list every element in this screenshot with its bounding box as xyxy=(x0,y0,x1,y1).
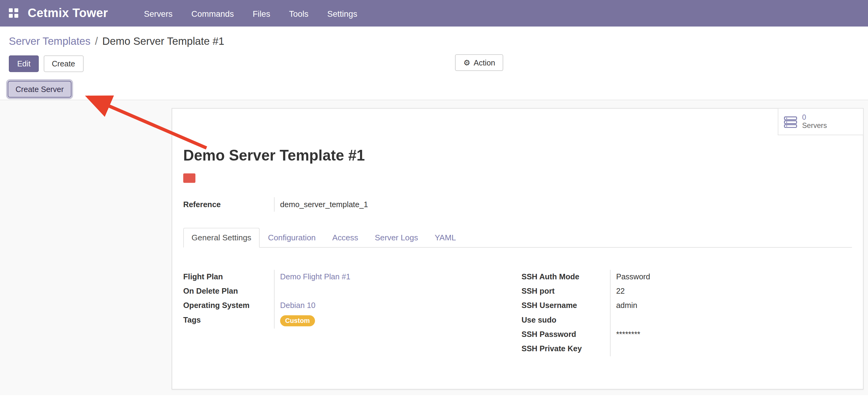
breadcrumb-separator: / xyxy=(95,35,98,48)
breadcrumb: Server Templates / Demo Server Template … xyxy=(0,27,868,50)
tab-server-logs[interactable]: Server Logs xyxy=(366,228,426,248)
on-delete-plan-label: On Delete Plan xyxy=(183,284,274,295)
breadcrumb-parent-link[interactable]: Server Templates xyxy=(9,35,90,48)
action-button-label: Action xyxy=(473,58,495,67)
nav-item-commands[interactable]: Commands xyxy=(182,0,243,27)
field-ssh-username: SSH Username admin xyxy=(521,299,852,313)
field-operating-system: Operating System Debian 10 xyxy=(183,299,518,313)
fields-container: Flight Plan Demo Flight Plan #1 On Delet… xyxy=(183,248,852,357)
servers-stat-value: 0 xyxy=(802,113,827,121)
apps-grid-dot xyxy=(14,14,18,18)
status-button-row: Create Server xyxy=(0,78,868,100)
field-group-left: Flight Plan Demo Flight Plan #1 On Delet… xyxy=(183,270,518,357)
field-tags: Tags Custom xyxy=(183,313,518,329)
tag-badge-custom[interactable]: Custom xyxy=(280,315,315,327)
ssh-port-value: 22 xyxy=(610,284,852,299)
content-area: 0 Servers Demo Server Template #1 Refere… xyxy=(0,100,868,395)
controls-row: Edit Create ⚙ Action xyxy=(0,50,868,78)
field-ssh-port: SSH port 22 xyxy=(521,284,852,299)
apps-grid-dot xyxy=(9,14,13,18)
tags-label: Tags xyxy=(183,313,274,324)
ssh-auth-mode-label: SSH Auth Mode xyxy=(521,270,610,281)
server-stack-icon xyxy=(784,115,797,128)
reference-field: Reference demo_server_template_1 xyxy=(183,197,852,212)
field-on-delete-plan: On Delete Plan xyxy=(183,284,518,299)
create-server-button[interactable]: Create Server xyxy=(8,81,71,98)
field-group-right: SSH Auth Mode Password SSH port 22 SSH U… xyxy=(518,270,852,357)
reference-value: demo_server_template_1 xyxy=(274,197,368,212)
ssh-private-key-value xyxy=(610,342,852,356)
servers-stat-button[interactable]: 0 Servers xyxy=(778,109,863,135)
record-title: Demo Server Template #1 xyxy=(183,147,852,165)
field-ssh-private-key: SSH Private Key xyxy=(521,342,852,356)
tab-access[interactable]: Access xyxy=(324,228,367,248)
color-swatch[interactable] xyxy=(183,173,195,183)
field-ssh-auth-mode: SSH Auth Mode Password xyxy=(521,270,852,284)
ssh-private-key-label: SSH Private Key xyxy=(521,342,610,353)
action-button[interactable]: ⚙ Action xyxy=(455,54,503,71)
field-ssh-password: SSH Password ******** xyxy=(521,328,852,342)
create-button[interactable]: Create xyxy=(43,55,83,72)
servers-stat-text: 0 Servers xyxy=(802,113,827,130)
ssh-username-value: admin xyxy=(610,299,852,313)
servers-stat-label: Servers xyxy=(802,121,827,130)
tab-configuration[interactable]: Configuration xyxy=(259,228,324,248)
ssh-username-label: SSH Username xyxy=(521,299,610,310)
nav-item-files[interactable]: Files xyxy=(243,0,279,27)
apps-grid-dot xyxy=(14,8,18,12)
gear-icon: ⚙ xyxy=(463,59,470,66)
nav-item-tools[interactable]: Tools xyxy=(280,0,318,27)
breadcrumb-current: Demo Server Template #1 xyxy=(102,35,224,48)
apps-grid-icon[interactable] xyxy=(9,8,19,18)
on-delete-plan-value xyxy=(274,284,517,299)
ssh-password-value: ******** xyxy=(610,328,852,342)
use-sudo-label: Use sudo xyxy=(521,313,610,324)
reference-label: Reference xyxy=(183,200,274,209)
tab-general-settings[interactable]: General Settings xyxy=(183,228,259,248)
flight-plan-label: Flight Plan xyxy=(183,270,274,281)
tab-yaml[interactable]: YAML xyxy=(426,228,464,248)
top-navbar: Cetmix Tower Servers Commands Files Tool… xyxy=(0,0,868,27)
brand-title[interactable]: Cetmix Tower xyxy=(28,6,108,21)
edit-button[interactable]: Edit xyxy=(9,55,39,72)
nav-menu: Servers Commands Files Tools Settings xyxy=(134,0,367,27)
tags-value: Custom xyxy=(274,313,517,329)
use-sudo-value xyxy=(610,313,852,328)
ssh-port-label: SSH port xyxy=(521,284,610,295)
field-flight-plan: Flight Plan Demo Flight Plan #1 xyxy=(183,270,518,284)
sheet-inner: Demo Server Template #1 Reference demo_s… xyxy=(172,109,863,357)
nav-item-servers[interactable]: Servers xyxy=(134,0,182,27)
ssh-password-label: SSH Password xyxy=(521,328,610,338)
notebook-tabs: General Settings Configuration Access Se… xyxy=(183,227,852,248)
apps-grid-dot xyxy=(9,8,13,12)
ssh-auth-mode-value: Password xyxy=(610,270,852,284)
flight-plan-value[interactable]: Demo Flight Plan #1 xyxy=(274,270,517,284)
field-use-sudo: Use sudo xyxy=(521,313,852,328)
operating-system-label: Operating System xyxy=(183,299,274,310)
operating-system-value[interactable]: Debian 10 xyxy=(274,299,517,313)
form-sheet: 0 Servers Demo Server Template #1 Refere… xyxy=(172,108,864,390)
nav-item-settings[interactable]: Settings xyxy=(318,0,366,27)
page: Cetmix Tower Servers Commands Files Tool… xyxy=(0,0,868,396)
